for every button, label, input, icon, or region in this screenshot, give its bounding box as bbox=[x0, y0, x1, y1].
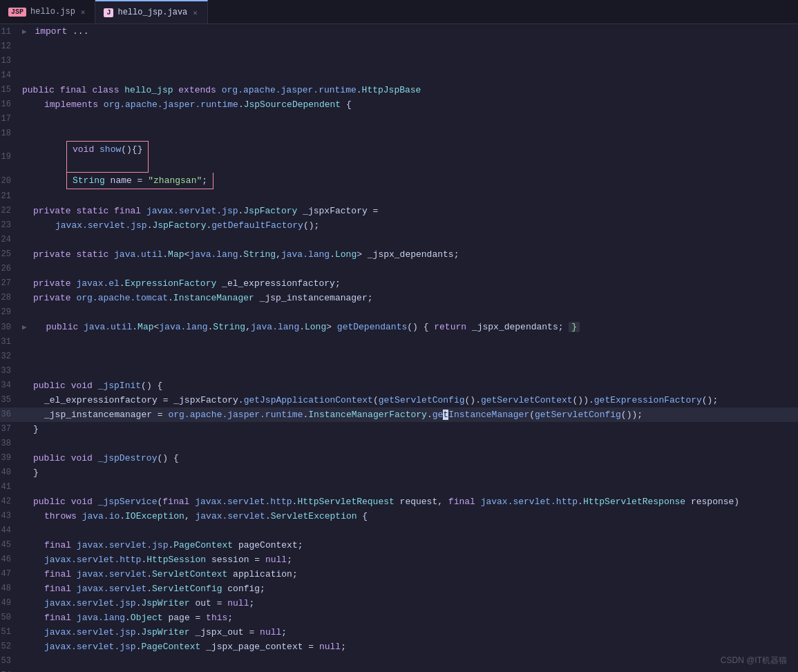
line-content-54 bbox=[22, 669, 798, 672]
code-editor[interactable]: 11 ▶ import ... 12 13 14 15 bbox=[0, 24, 798, 672]
line-content-16: implements org.apache.jasper.runtime.Jsp… bbox=[22, 97, 798, 112]
line-number-13: 13 bbox=[0, 54, 22, 68]
line-number-41: 41 bbox=[0, 480, 22, 495]
line-number-27: 27 bbox=[0, 276, 22, 291]
fold-arrow-30[interactable]: ▶ bbox=[22, 323, 27, 332]
fold-arrow-11[interactable]: ▶ bbox=[22, 28, 27, 36]
line-content-31 bbox=[22, 335, 798, 349]
code-line-27: 27 private javax.el.ExpressionFactory _e… bbox=[0, 276, 798, 291]
line-number-34: 34 bbox=[0, 378, 22, 393]
code-line-52: 52 javax.servlet.jsp.PageContext _jspx_p… bbox=[0, 640, 798, 654]
line-number-15: 15 bbox=[0, 83, 22, 97]
code-line-29: 29 bbox=[0, 305, 798, 320]
line-content-19: void show(){} bbox=[22, 141, 798, 173]
code-line-38: 38 bbox=[0, 436, 798, 451]
line-content-47: final javax.servlet.ServletContext appli… bbox=[22, 567, 798, 582]
line-content-44 bbox=[22, 524, 798, 538]
line-number-44: 44 bbox=[0, 524, 22, 538]
tab-label-hello-jsp-java: hello_jsp.java bbox=[117, 8, 187, 17]
line-content-38 bbox=[22, 436, 798, 451]
line-number-19: 19 bbox=[0, 150, 22, 164]
line-number-42: 42 bbox=[0, 495, 22, 509]
line-content-45: final javax.servlet.jsp.PageContext page… bbox=[22, 538, 798, 553]
line-number-37: 37 bbox=[0, 422, 22, 436]
code-line-14: 14 bbox=[0, 68, 798, 83]
line-content-25: private static java.util.Map<java.lang.S… bbox=[22, 247, 798, 262]
code-line-12: 12 bbox=[0, 39, 798, 54]
line-content-49: javax.servlet.jsp.JspWriter out = null; bbox=[22, 596, 798, 611]
tab-close-hello-jsp-java[interactable]: ✕ bbox=[191, 8, 199, 18]
line-number-23: 23 bbox=[0, 218, 22, 233]
tab-hello-jsp[interactable]: JSP hello.jsp ✕ bbox=[0, 0, 95, 23]
code-line-36: 36 _jsp_instancemanager = org.apache.jas… bbox=[0, 407, 798, 422]
code-line-15: 15 public final class hello_jsp extends … bbox=[0, 83, 798, 97]
code-line-35: 35 _el_expressionfactory = _jspxFactory.… bbox=[0, 393, 798, 407]
line-content-20: String name = "zhangsan"; bbox=[22, 173, 798, 189]
line-content-15: public final class hello_jsp extends org… bbox=[22, 83, 798, 97]
code-line-16: 16 implements org.apache.jasper.runtime.… bbox=[0, 97, 798, 112]
code-line-50: 50 final java.lang.Object page = this; bbox=[0, 611, 798, 625]
line-number-45: 45 bbox=[0, 538, 22, 553]
code-line-30: 30 ▶ public java.util.Map<java.lang.Stri… bbox=[0, 320, 798, 335]
tab-bar: JSP hello.jsp ✕ J hello_jsp.java ✕ bbox=[0, 0, 798, 24]
code-line-11: 11 ▶ import ... bbox=[0, 24, 798, 39]
line-number-11: 11 bbox=[0, 25, 22, 39]
code-line-20: 20 String name = "zhangsan"; bbox=[0, 173, 798, 189]
line-number-40: 40 bbox=[0, 465, 22, 480]
code-line-40: 40 } bbox=[0, 465, 798, 480]
watermark: CSDN @IT机器猫 bbox=[721, 655, 787, 666]
tab-badge-jsp: JSP bbox=[8, 8, 26, 17]
code-line-28: 28 private org.apache.tomcat.InstanceMan… bbox=[0, 291, 798, 305]
line-number-22: 22 bbox=[0, 204, 22, 218]
line-content-29 bbox=[22, 305, 798, 320]
line-content-28: private org.apache.tomcat.InstanceManage… bbox=[22, 291, 798, 305]
tab-badge-java: J bbox=[104, 8, 113, 17]
line-content-27: private javax.el.ExpressionFactory _el_e… bbox=[22, 276, 798, 291]
line-content-13 bbox=[22, 54, 798, 68]
code-line-21: 21 bbox=[0, 189, 798, 204]
line-number-39: 39 bbox=[0, 451, 22, 465]
line-number-12: 12 bbox=[0, 39, 22, 54]
code-line-13: 13 bbox=[0, 54, 798, 68]
line-number-32: 32 bbox=[0, 349, 22, 364]
code-line-54: 54 bbox=[0, 669, 798, 672]
code-line-49: 49 javax.servlet.jsp.JspWriter out = nul… bbox=[0, 596, 798, 611]
code-line-32: 32 bbox=[0, 349, 798, 364]
line-content-50: final java.lang.Object page = this; bbox=[22, 611, 798, 625]
code-line-42: 42 public void _jspService(final javax.s… bbox=[0, 495, 798, 509]
line-number-17: 17 bbox=[0, 112, 22, 126]
line-number-14: 14 bbox=[0, 68, 22, 83]
line-content-48: final javax.servlet.ServletConfig config… bbox=[22, 582, 798, 596]
line-content-42: public void _jspService(final javax.serv… bbox=[22, 495, 798, 509]
line-content-11: ▶ import ... bbox=[22, 24, 798, 39]
line-number-28: 28 bbox=[0, 291, 22, 305]
line-number-26: 26 bbox=[0, 262, 22, 276]
line-content-51: javax.servlet.jsp.JspWriter _jspx_out = … bbox=[22, 625, 798, 640]
line-content-32 bbox=[22, 349, 798, 364]
line-number-38: 38 bbox=[0, 436, 22, 451]
code-line-22: 22 private static final javax.servlet.js… bbox=[0, 204, 798, 218]
line-content-52: javax.servlet.jsp.PageContext _jspx_page… bbox=[22, 640, 798, 654]
line-content-18 bbox=[22, 126, 798, 141]
line-number-25: 25 bbox=[0, 247, 22, 262]
tab-close-hello-jsp[interactable]: ✕ bbox=[79, 7, 87, 17]
code-line-48: 48 final javax.servlet.ServletConfig con… bbox=[0, 582, 798, 596]
code-line-23: 23 javax.servlet.jsp.JspFactory.getDefau… bbox=[0, 218, 798, 233]
code-line-31: 31 bbox=[0, 335, 798, 349]
line-number-47: 47 bbox=[0, 567, 22, 582]
line-content-35: _el_expressionfactory = _jspxFactory.get… bbox=[22, 393, 798, 407]
line-content-30: ▶ public java.util.Map<java.lang.String,… bbox=[22, 320, 798, 335]
code-line-51: 51 javax.servlet.jsp.JspWriter _jspx_out… bbox=[0, 625, 798, 640]
line-content-43: throws java.io.IOException, javax.servle… bbox=[22, 509, 798, 524]
line-number-49: 49 bbox=[0, 596, 22, 611]
line-number-29: 29 bbox=[0, 305, 22, 320]
tab-hello-jsp-java[interactable]: J hello_jsp.java ✕ bbox=[95, 0, 207, 23]
code-line-44: 44 bbox=[0, 524, 798, 538]
code-line-26: 26 bbox=[0, 262, 798, 276]
line-content-22: private static final javax.servlet.jsp.J… bbox=[22, 204, 798, 218]
line-number-53: 53 bbox=[0, 654, 22, 669]
line-content-33 bbox=[22, 364, 798, 378]
line-number-50: 50 bbox=[0, 611, 22, 625]
line-number-18: 18 bbox=[0, 126, 22, 141]
code-line-41: 41 bbox=[0, 480, 798, 495]
